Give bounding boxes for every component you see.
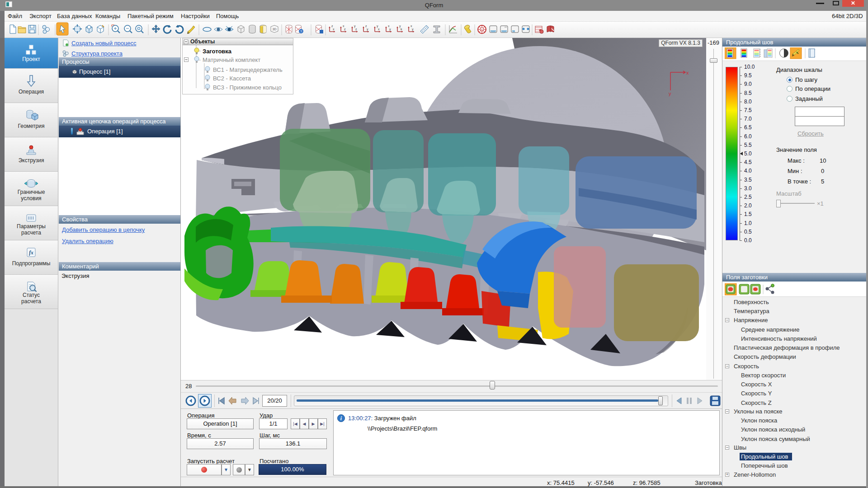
svg-text:x: x (378, 28, 380, 31)
svg-text:?: ? (300, 29, 302, 33)
svg-text:x: x (410, 24, 412, 28)
svg-text:x: x (388, 24, 390, 28)
svg-text:z: z (355, 28, 357, 31)
svg-text:3D: 3D (273, 28, 277, 31)
svg-text:k: k (401, 28, 402, 31)
svg-text:x: x (686, 70, 689, 75)
svg-text:N: N (481, 28, 483, 31)
svg-text:y: y (412, 28, 414, 31)
svg-text:z: z (344, 28, 346, 31)
svg-text:z: z (331, 24, 333, 28)
svg-text:y: y (367, 28, 368, 31)
svg-text:y: y (389, 28, 391, 31)
svg-text:z: z (365, 24, 367, 28)
svg-text:x: x (333, 28, 335, 31)
svg-text:y: y (669, 91, 671, 96)
svg-text:x: x (343, 24, 344, 28)
svg-text:fx: fx (29, 249, 33, 256)
